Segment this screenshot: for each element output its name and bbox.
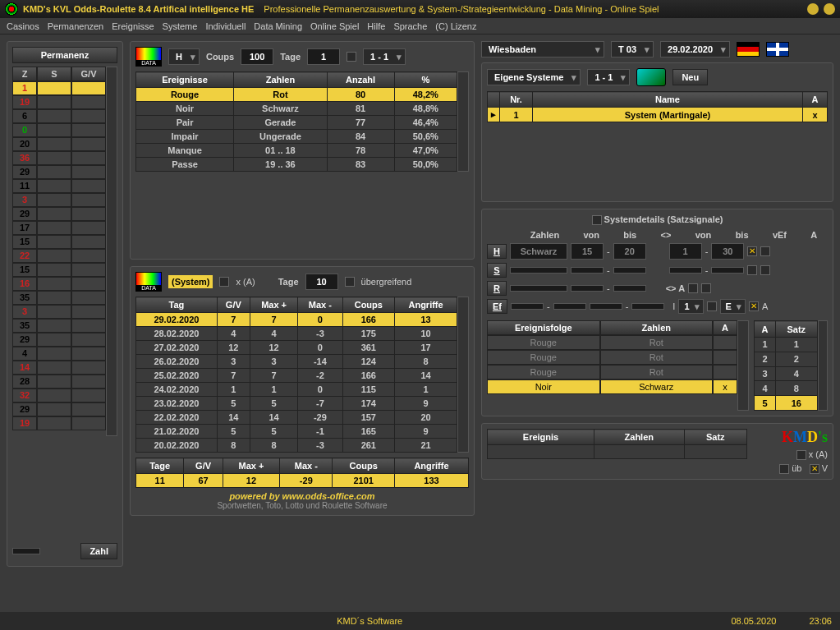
permanenz-row[interactable]: 28 bbox=[12, 375, 106, 389]
h-button[interactable]: H bbox=[487, 244, 507, 259]
system-scrollbar[interactable] bbox=[457, 297, 469, 453]
ereignis-row[interactable]: ImpairUngerade8450,6% bbox=[136, 130, 457, 144]
satz-row[interactable]: 34 bbox=[755, 366, 818, 381]
permanenz-row[interactable]: 35 bbox=[12, 291, 106, 305]
bis2-input[interactable]: 30 bbox=[711, 243, 744, 260]
permanenz-row[interactable]: 15 bbox=[12, 263, 106, 277]
systems-select[interactable]: Eigene Systeme bbox=[487, 69, 581, 85]
tage-input[interactable]: 1 bbox=[307, 48, 340, 65]
tage-checkbox[interactable] bbox=[347, 52, 356, 62]
menu-casinos[interactable]: Casinos bbox=[7, 21, 39, 31]
satz-row[interactable]: 516 bbox=[755, 396, 818, 411]
data-icon[interactable] bbox=[135, 47, 162, 67]
folge-row[interactable]: RougeRot bbox=[487, 365, 737, 379]
permanenz-row[interactable]: 3 bbox=[12, 193, 106, 207]
ereignis-row[interactable]: NoirSchwarz8148,8% bbox=[136, 102, 457, 116]
folge-row[interactable]: NoirSchwarzx bbox=[487, 379, 737, 394]
ereignis-row[interactable]: PairGerade7746,4% bbox=[136, 116, 457, 130]
system-row[interactable]: 29.02.202077016613 bbox=[136, 313, 457, 327]
permanenz-row[interactable]: 36 bbox=[12, 151, 106, 165]
permanenz-row[interactable]: 11 bbox=[12, 179, 106, 193]
flag-de-icon[interactable] bbox=[737, 42, 760, 57]
permanenz-row[interactable]: 19 bbox=[12, 95, 106, 109]
details-checkbox[interactable] bbox=[592, 215, 602, 225]
menu-ereignisse[interactable]: Ereignisse bbox=[112, 21, 154, 31]
vef-check[interactable] bbox=[747, 246, 757, 256]
table-select[interactable]: T 03 bbox=[611, 41, 654, 57]
xa-checkbox[interactable] bbox=[219, 277, 229, 287]
zahlen-h-input[interactable]: Schwarz bbox=[510, 243, 567, 260]
menu-individuell[interactable]: Individuell bbox=[205, 21, 246, 31]
date-select[interactable]: 29.02.2020 bbox=[660, 41, 730, 57]
system-row[interactable]: 23.02.202055-71749 bbox=[136, 397, 457, 411]
range-select[interactable]: 1 - 1 bbox=[363, 48, 406, 65]
minimize-button[interactable] bbox=[807, 3, 819, 15]
uber-checkbox[interactable] bbox=[345, 277, 355, 287]
coups-input[interactable]: 100 bbox=[241, 48, 273, 65]
system-row[interactable]: ▸ 1 System (Martingale) x bbox=[488, 108, 828, 122]
system-row[interactable]: 22.02.20201414-2915720 bbox=[136, 411, 457, 425]
close-button[interactable] bbox=[824, 3, 835, 15]
folge-row[interactable]: RougeRot bbox=[487, 335, 737, 350]
permanenz-row[interactable]: 1 bbox=[12, 81, 106, 95]
permanenz-row[interactable]: 14 bbox=[12, 361, 106, 375]
permanenz-row[interactable]: 29 bbox=[12, 402, 106, 416]
ef-button[interactable]: Ef bbox=[487, 299, 507, 314]
menu-data-mining[interactable]: Data Mining bbox=[254, 21, 302, 31]
menu-systeme[interactable]: Systeme bbox=[163, 21, 198, 31]
system-row[interactable]: 27.02.20201212036117 bbox=[136, 341, 457, 355]
s-button[interactable]: S bbox=[487, 263, 507, 278]
system-row[interactable]: 26.02.202033-141248 bbox=[136, 355, 457, 369]
system-row[interactable]: 21.02.202055-11659 bbox=[136, 425, 457, 439]
system-row[interactable]: 28.02.202044-317510 bbox=[136, 327, 457, 341]
permanenz-row[interactable]: 0 bbox=[12, 123, 106, 137]
permanenz-row[interactable]: 20 bbox=[12, 137, 106, 151]
flag-uk-icon[interactable] bbox=[766, 42, 789, 57]
menu-sprache[interactable]: Sprache bbox=[393, 21, 427, 31]
permanenz-row[interactable]: 32 bbox=[12, 389, 106, 402]
neu-button[interactable]: Neu bbox=[672, 69, 708, 85]
r-button[interactable]: R bbox=[487, 281, 507, 296]
satz-row[interactable]: 22 bbox=[755, 352, 818, 366]
folge-row[interactable]: RougeRot bbox=[487, 350, 737, 365]
system-row[interactable]: 20.02.202088-326121 bbox=[136, 439, 457, 453]
permanenz-scrollbar[interactable] bbox=[106, 67, 117, 436]
permanenz-row[interactable]: 22 bbox=[12, 249, 106, 263]
system-row[interactable]: 25.02.202077-216614 bbox=[136, 369, 457, 383]
permanenz-row[interactable]: 16 bbox=[12, 277, 106, 291]
permanenz-row[interactable]: 29 bbox=[12, 333, 106, 347]
menu-permanenzen[interactable]: Permanenzen bbox=[48, 21, 104, 31]
sysrange-select[interactable]: 1 - 1 bbox=[587, 69, 630, 85]
permanenz-row[interactable]: 15 bbox=[12, 235, 106, 249]
h-select[interactable]: H bbox=[168, 48, 200, 65]
menu-online-spiel[interactable]: Online Spiel bbox=[310, 21, 359, 31]
system-row[interactable]: 24.02.20201101151 bbox=[136, 383, 457, 397]
menu-lizenz[interactable]: (C) Lizenz bbox=[435, 21, 476, 31]
permanenz-row[interactable]: 19 bbox=[12, 416, 106, 430]
permanenz-row[interactable]: 4 bbox=[12, 347, 106, 361]
data-icon-2[interactable] bbox=[135, 272, 162, 292]
von1-input[interactable]: 15 bbox=[571, 243, 604, 260]
permanenz-row[interactable]: 35 bbox=[12, 319, 106, 333]
casino-select[interactable]: Wiesbaden bbox=[481, 41, 604, 57]
ereignisse-scrollbar[interactable] bbox=[457, 71, 469, 172]
zahl-button[interactable]: Zahl bbox=[80, 543, 117, 559]
permanenz-row[interactable]: 6 bbox=[12, 109, 106, 123]
satz-scrollbar[interactable] bbox=[818, 320, 828, 411]
bis1-input[interactable]: 20 bbox=[613, 243, 646, 260]
a-check[interactable] bbox=[760, 246, 770, 256]
permanenz-row[interactable]: 17 bbox=[12, 221, 106, 235]
ereignis-row[interactable]: Passe19 .. 368350,0% bbox=[136, 158, 457, 172]
menu-hilfe[interactable]: Hilfe bbox=[367, 21, 385, 31]
folge-scrollbar[interactable] bbox=[737, 320, 749, 411]
ereignis-row[interactable]: RougeRot8048,2% bbox=[136, 88, 457, 102]
von2-input[interactable]: 1 bbox=[669, 243, 702, 260]
pill-icon[interactable] bbox=[636, 68, 666, 86]
ereignis-row[interactable]: Manque01 .. 187847,0% bbox=[136, 144, 457, 158]
permanenz-row[interactable]: 29 bbox=[12, 207, 106, 221]
satz-row[interactable]: 11 bbox=[755, 338, 818, 352]
zahl-input[interactable] bbox=[12, 548, 40, 554]
permanenz-row[interactable]: 29 bbox=[12, 165, 106, 179]
permanenz-row[interactable]: 3 bbox=[12, 305, 106, 319]
satz-row[interactable]: 48 bbox=[755, 381, 818, 396]
